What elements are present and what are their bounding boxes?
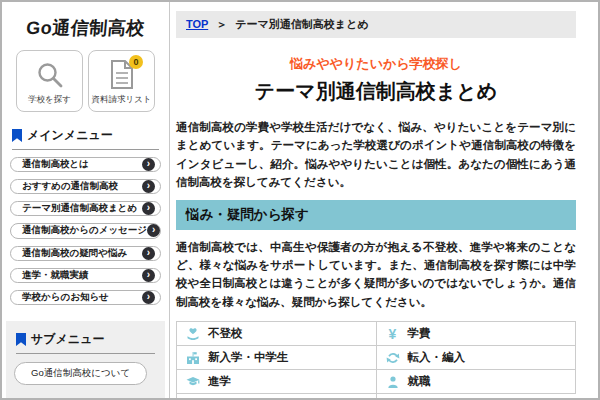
topic-link-label: 新入学・中学生: [208, 350, 289, 365]
site-logo[interactable]: Go通信制高校: [9, 16, 162, 40]
yen-icon: [386, 327, 400, 341]
menu-item-label: テーマ別通信制高校まとめ: [22, 202, 137, 215]
sub-menu-heading: サブメニュー: [16, 331, 155, 354]
topic-links-table: 不登校 学費: [176, 321, 576, 400]
topic-link-label: 転入・編入: [408, 350, 466, 365]
table-row: 新入学・中学生: [177, 346, 576, 370]
table-row: 不登校 学費: [177, 322, 576, 346]
section-heading: 悩み・疑問から探す: [176, 200, 576, 230]
menu-item-label: 通信制高校の疑問や悩み: [22, 247, 127, 260]
chevron-right-icon: [142, 158, 155, 171]
menu-item-label: 学校からのお知らせ: [22, 291, 109, 304]
menu-item-label: 通信制高校とは: [22, 158, 89, 171]
menu-item-label: 進学・就職実績: [22, 269, 89, 282]
page: Go通信制高校 学校を探す 0 資料請求リスト: [0, 0, 600, 400]
topic-link-label: 不登校: [208, 326, 243, 341]
sub-menu: サブメニュー Go通信制高校について: [6, 321, 165, 398]
chevron-right-icon: [142, 291, 155, 304]
sidebar-item-what-is[interactable]: 通信制高校とは: [10, 157, 161, 172]
school-building-icon: [186, 351, 200, 365]
breadcrumb-separator: ＞: [216, 18, 227, 30]
person-icon: [386, 375, 400, 389]
bookmark-icon: [12, 129, 22, 142]
topic-link-label: 学費: [408, 326, 431, 341]
sidebar-item-about[interactable]: Go通信制高校について: [14, 362, 147, 385]
sidebar-item-career-results[interactable]: 進学・就職実績: [10, 268, 161, 283]
request-list-button[interactable]: 0 資料請求リスト: [88, 50, 155, 112]
menu-item-label: 通信制高校からのメッセージ: [22, 224, 147, 237]
hand-heart-icon: [186, 327, 200, 341]
request-list-label: 資料請求リスト: [91, 94, 151, 106]
topic-link-shingaku[interactable]: 進学: [186, 374, 367, 389]
graduation-cap-icon: [186, 375, 200, 389]
chevron-right-icon: [142, 247, 155, 260]
page-title: テーマ別通信制高校まとめ: [176, 78, 576, 105]
sidebar-item-messages[interactable]: 通信制高校からのメッセージ: [10, 223, 161, 238]
sidebar: Go通信制高校 学校を探す 0 資料請求リスト: [2, 2, 170, 398]
main-menu-title: メインメニュー: [27, 127, 113, 144]
chevron-right-icon: [142, 180, 155, 193]
chevron-right-icon: [142, 202, 155, 215]
search-icon: [35, 60, 65, 90]
search-school-button[interactable]: 学校を探す: [16, 50, 83, 112]
transfer-arrows-icon: [386, 351, 400, 365]
main-menu-heading: メインメニュー: [12, 127, 159, 150]
topic-link-label: 就職: [408, 374, 431, 389]
intro-paragraph: 通信制高校の学費や学校生活だけでなく、悩み、やりたいことをテーマ別にまとめていま…: [176, 118, 576, 192]
empty-cell: [376, 394, 576, 400]
sidebar-item-theme-summary[interactable]: テーマ別通信制高校まとめ: [10, 201, 161, 216]
section-paragraph: 通信制高校では、中高生や保護者の方が抱える不登校、進学や将来のことなど、様々な悩…: [176, 238, 576, 312]
table-row: 仕事と両立: [177, 394, 576, 400]
topic-link-shinnyugaku[interactable]: 新入学・中学生: [186, 350, 367, 365]
sidebar-item-school-news[interactable]: 学校からのお知らせ: [10, 290, 161, 305]
breadcrumb: TOP ＞ テーマ別通信制高校まとめ: [176, 11, 576, 38]
topic-link-shushoku[interactable]: 就職: [386, 374, 567, 389]
topic-link-label: 進学: [208, 374, 231, 389]
table-row: 進学 就職: [177, 370, 576, 394]
menu-item-label: おすすめの通信制高校: [22, 180, 118, 193]
topic-link-tennyu[interactable]: 転入・編入: [386, 350, 567, 365]
page-tagline: 悩みややりたいから学校探し: [176, 55, 576, 73]
topic-link-futoko[interactable]: 不登校: [186, 326, 367, 341]
main-content: TOP ＞ テーマ別通信制高校まとめ 悩みややりたいから学校探し テーマ別通信制…: [170, 2, 598, 398]
sub-menu-title: サブメニュー: [31, 331, 104, 348]
search-school-label: 学校を探す: [28, 94, 71, 106]
bookmark-icon: [16, 333, 26, 346]
sidebar-action-buttons: 学校を探す 0 資料請求リスト: [10, 50, 161, 112]
topic-link-gakuhi[interactable]: 学費: [386, 326, 567, 341]
sidebar-item-questions[interactable]: 通信制高校の疑問や悩み: [10, 246, 161, 261]
sidebar-item-recommended[interactable]: おすすめの通信制高校: [10, 179, 161, 194]
breadcrumb-current: テーマ別通信制高校まとめ: [235, 18, 368, 30]
request-list-count-badge: 0: [129, 55, 143, 69]
chevron-right-icon: [142, 269, 155, 282]
breadcrumb-home-link[interactable]: TOP: [186, 18, 208, 30]
chevron-right-icon: [147, 224, 160, 237]
